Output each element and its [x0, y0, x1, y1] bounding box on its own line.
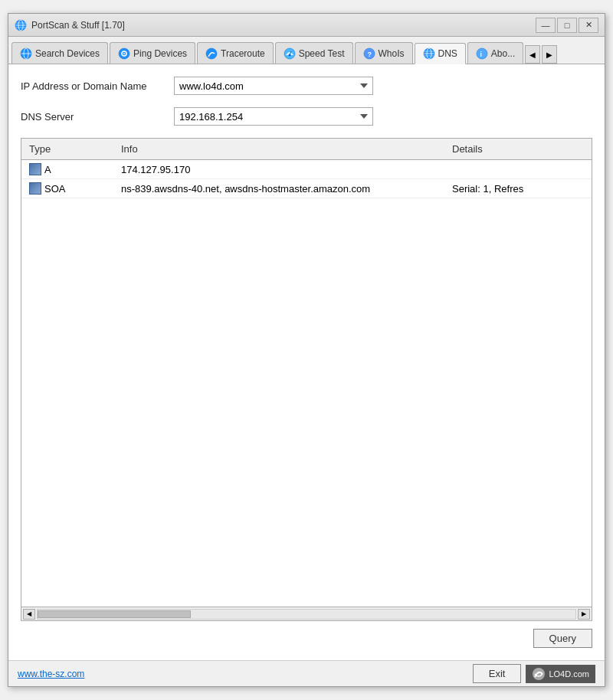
scroll-track[interactable]	[37, 609, 576, 620]
website-link[interactable]: www.the-sz.com	[18, 669, 84, 679]
window-controls: — □ ✕	[536, 18, 598, 33]
main-window: PortScan & Stuff [1.70] — □ ✕ Search Dev…	[8, 13, 605, 687]
tab-speed-test[interactable]: Speed Test	[275, 42, 353, 64]
query-button[interactable]: Query	[533, 629, 592, 648]
ip-form-row: IP Address or Domain Name www.lo4d.com	[21, 77, 592, 95]
table-body: A 174.127.95.170 SOA ns-839.awsd	[21, 160, 592, 607]
col-type: Type	[26, 142, 118, 156]
speed-test-icon	[284, 47, 296, 60]
window-title: PortScan & Stuff [1.70]	[31, 20, 125, 31]
dns-input[interactable]: 192.168.1.254	[174, 107, 373, 126]
content-area: IP Address or Domain Name www.lo4d.com D…	[8, 64, 605, 660]
tab-label-about: Abo...	[491, 48, 515, 59]
svg-text:i: i	[480, 51, 482, 58]
maximize-button[interactable]: □	[557, 18, 577, 33]
dns-label: DNS Server	[21, 111, 174, 123]
tab-nav-left[interactable]: ◀	[525, 45, 540, 64]
whois-icon: ?	[363, 47, 375, 60]
table-row[interactable]: A 174.127.95.170	[21, 160, 592, 179]
exit-button[interactable]: Exit	[473, 664, 522, 683]
cell-details-a	[449, 168, 587, 170]
row-info-soa: ns-839.awsdns-40.net, awsdns-hostmaster.…	[121, 183, 370, 195]
svg-point-10	[123, 53, 125, 54]
app-icon	[15, 19, 27, 31]
button-row: Query	[21, 629, 592, 648]
watermark-text: LO4D.com	[549, 669, 589, 679]
tab-bar: Search Devices Ping Devices Traceroute	[8, 37, 605, 64]
tab-label-dns: DNS	[438, 48, 457, 59]
row-type-soa: SOA	[44, 183, 65, 195]
table-header: Type Info Details	[21, 139, 592, 160]
about-icon: i	[476, 47, 488, 60]
scroll-right-btn[interactable]: ▶	[578, 609, 590, 620]
cell-type-a: A	[26, 162, 118, 176]
close-button[interactable]: ✕	[579, 18, 598, 33]
title-bar-left: PortScan & Stuff [1.70]	[15, 19, 125, 31]
cell-info-soa: ns-839.awsdns-40.net, awsdns-hostmaster.…	[118, 182, 449, 195]
col-details: Details	[449, 142, 587, 156]
tab-label-traceroute: Traceroute	[221, 48, 265, 59]
ip-label: IP Address or Domain Name	[21, 80, 174, 92]
tab-traceroute[interactable]: Traceroute	[197, 42, 274, 64]
row-details-soa: Serial: 1, Refres	[452, 183, 523, 195]
tab-whois[interactable]: ? WhoIs	[355, 42, 413, 64]
tab-ping-devices[interactable]: Ping Devices	[110, 42, 195, 64]
table-row[interactable]: SOA ns-839.awsdns-40.net, awsdns-hostmas…	[21, 179, 592, 198]
dns-icon	[423, 47, 435, 60]
cell-details-soa: Serial: 1, Refres	[449, 182, 587, 195]
row-type-a: A	[44, 164, 51, 175]
row-icon-soa	[29, 182, 41, 195]
ping-devices-icon	[118, 47, 130, 60]
exit-area: Exit LO4D.com	[473, 664, 595, 683]
tab-label-ping-devices: Ping Devices	[133, 48, 187, 59]
scroll-thumb[interactable]	[38, 610, 191, 618]
svg-text:?: ?	[367, 51, 372, 58]
watermark: LO4D.com	[526, 665, 595, 683]
tab-search-devices[interactable]: Search Devices	[11, 42, 108, 64]
watermark-icon	[532, 667, 546, 681]
tab-nav-right[interactable]: ▶	[542, 45, 557, 64]
horizontal-scrollbar[interactable]: ◀ ▶	[21, 607, 592, 620]
row-info-a: 174.127.95.170	[121, 164, 190, 175]
title-bar: PortScan & Stuff [1.70] — □ ✕	[8, 14, 605, 37]
tab-about[interactable]: i Abo...	[467, 42, 523, 64]
search-devices-icon	[20, 47, 32, 60]
tab-label-whois: WhoIs	[379, 48, 405, 59]
dns-form-row: DNS Server 192.168.1.254	[21, 107, 592, 126]
col-info: Info	[118, 142, 449, 156]
cell-info-a: 174.127.95.170	[118, 163, 449, 176]
cell-type-soa: SOA	[26, 182, 118, 195]
ip-input[interactable]: www.lo4d.com	[174, 77, 373, 95]
row-icon-a	[29, 163, 41, 175]
tab-label-speed-test: Speed Test	[299, 48, 345, 59]
tab-dns[interactable]: DNS	[415, 43, 466, 64]
svg-point-11	[206, 48, 217, 59]
svg-point-24	[533, 668, 545, 680]
results-container: Type Info Details A 174.127.95.170	[21, 138, 592, 621]
traceroute-icon	[205, 47, 218, 60]
scroll-left-btn[interactable]: ◀	[23, 609, 35, 620]
tab-label-search-devices: Search Devices	[35, 48, 100, 59]
footer: www.the-sz.com Exit LO4D.com	[8, 660, 605, 686]
minimize-button[interactable]: —	[536, 18, 556, 33]
